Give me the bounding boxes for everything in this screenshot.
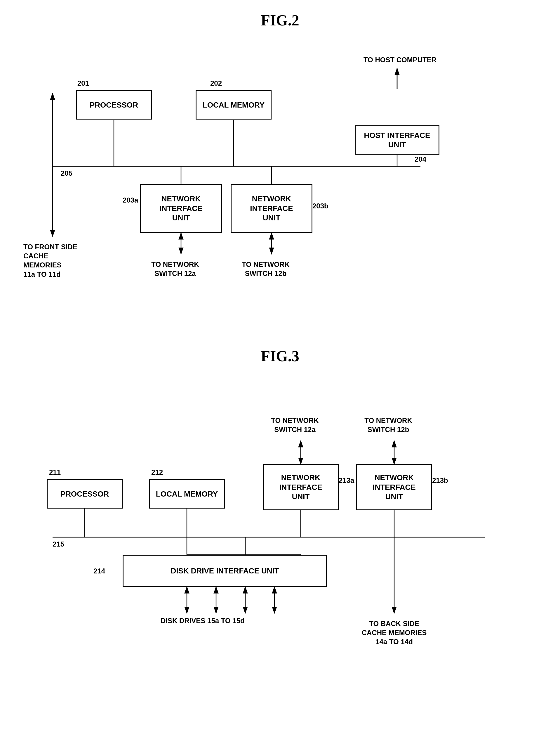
fig3-to-back-label: TO BACK SIDE CACHE MEMORIES 14a TO 14d (356, 619, 432, 647)
fig3-local-memory-num: 212 (151, 467, 163, 477)
fig3-disk-drives-label: DISK DRIVES 15a TO 15d (161, 616, 245, 625)
fig3-niu-a-box: NETWORK INTERFACE UNIT (263, 464, 339, 510)
fig3-processor-num: 211 (49, 467, 61, 477)
local-memory-box: LOCAL MEMORY (196, 90, 272, 120)
processor-box: PROCESSOR (76, 90, 152, 120)
fig2-lines (18, 38, 542, 324)
fig3-niu-b-num: 213b (432, 476, 448, 485)
to-host-label: TO HOST COMPUTER (359, 55, 441, 64)
fig3-diagram: PROCESSOR 211 LOCAL MEMORY 212 NETWORK I… (18, 374, 542, 680)
host-iface-num: 204 (415, 155, 426, 164)
local-memory-num: 202 (210, 78, 222, 88)
niu-a-box: NETWORK INTERFACE UNIT (140, 184, 222, 233)
fig3-bus-num: 215 (53, 540, 64, 549)
niu-b-box: NETWORK INTERFACE UNIT (231, 184, 312, 233)
fig3-niu-a-num: 213a (339, 476, 354, 485)
fig3-ddiu-box: DISK DRIVE INTERFACE UNIT (123, 555, 327, 587)
fig3-to-net-a-label: TO NETWORK SWITCH 12a (263, 416, 327, 434)
to-net-b-label: TO NETWORK SWITCH 12b (234, 260, 298, 278)
processor-num: 201 (77, 78, 89, 88)
host-iface-box: HOST INTERFACE UNIT (355, 125, 440, 155)
fig3-to-net-b-label: TO NETWORK SWITCH 12b (356, 416, 420, 434)
to-front-label: TO FRONT SIDE CACHE MEMORIES 11a TO 11d (23, 242, 82, 279)
fig3-local-memory-box: LOCAL MEMORY (149, 479, 225, 509)
niu-a-num: 203a (123, 196, 138, 204)
fig3-title: FIG.3 (18, 348, 542, 365)
niu-b-num: 203b (312, 201, 328, 210)
fig3-ddiu-num: 214 (94, 566, 105, 576)
fig3-niu-b-box: NETWORK INTERFACE UNIT (356, 464, 432, 510)
fig2-title: FIG.2 (18, 12, 542, 29)
fig3-processor-box: PROCESSOR (47, 479, 123, 509)
fig2-diagram: PROCESSOR 201 LOCAL MEMORY 202 HOST INTE… (18, 38, 542, 324)
bus-num: 205 (61, 169, 72, 178)
to-net-a-label: TO NETWORK SWITCH 12a (143, 260, 207, 278)
